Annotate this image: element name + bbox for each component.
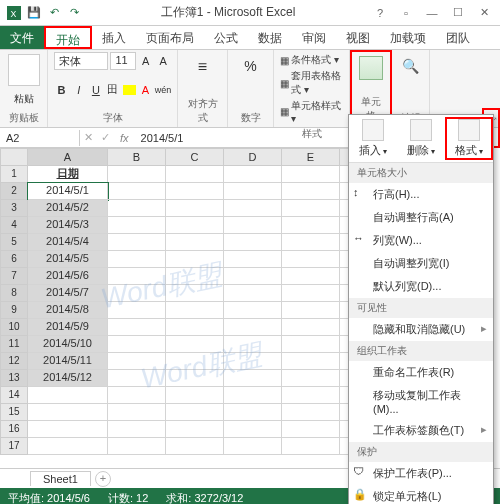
row-header[interactable]: 15	[0, 404, 28, 421]
cell[interactable]: 日期	[28, 166, 108, 183]
cell[interactable]	[166, 438, 224, 455]
cell[interactable]	[108, 217, 166, 234]
cell[interactable]	[166, 200, 224, 217]
column-width-item[interactable]: ↔列宽(W)...	[349, 229, 493, 252]
cell[interactable]	[108, 166, 166, 183]
cell[interactable]	[166, 404, 224, 421]
column-header[interactable]: E	[282, 148, 340, 166]
row-height-item[interactable]: ↕行高(H)...	[349, 183, 493, 206]
cell[interactable]: 2014/5/12	[28, 370, 108, 387]
cell[interactable]	[166, 251, 224, 268]
row-header[interactable]: 14	[0, 387, 28, 404]
cell[interactable]	[108, 353, 166, 370]
cell[interactable]: 2014/5/8	[28, 302, 108, 319]
cell[interactable]	[108, 404, 166, 421]
cell[interactable]	[28, 387, 108, 404]
cell[interactable]	[28, 438, 108, 455]
cell[interactable]	[282, 404, 340, 421]
select-all-corner[interactable]	[0, 148, 28, 166]
cell[interactable]	[282, 302, 340, 319]
cell[interactable]	[108, 251, 166, 268]
row-header[interactable]: 13	[0, 370, 28, 387]
cell[interactable]	[166, 387, 224, 404]
cell[interactable]: 2014/5/2	[28, 200, 108, 217]
cell[interactable]	[166, 183, 224, 200]
fx-icon[interactable]: fx	[114, 132, 135, 144]
cell[interactable]	[108, 370, 166, 387]
row-header[interactable]: 1	[0, 166, 28, 183]
tab-home[interactable]: 开始	[44, 26, 92, 49]
column-header[interactable]: A	[28, 148, 108, 166]
cell[interactable]: 2014/5/3	[28, 217, 108, 234]
conditional-format-button[interactable]: ▦条件格式 ▾	[280, 52, 343, 68]
cell[interactable]	[166, 234, 224, 251]
autofit-row-item[interactable]: 自动调整行高(A)	[349, 206, 493, 229]
cell[interactable]	[224, 336, 282, 353]
column-header[interactable]: C	[166, 148, 224, 166]
cell[interactable]	[224, 217, 282, 234]
cell[interactable]	[282, 166, 340, 183]
cell[interactable]	[282, 285, 340, 302]
cell[interactable]	[166, 370, 224, 387]
cell[interactable]	[282, 268, 340, 285]
row-header[interactable]: 4	[0, 217, 28, 234]
cell[interactable]	[108, 302, 166, 319]
row-header[interactable]: 6	[0, 251, 28, 268]
cell[interactable]: 2014/5/1	[28, 183, 108, 200]
cell[interactable]	[108, 421, 166, 438]
underline-button[interactable]: U	[88, 82, 103, 98]
cancel-icon[interactable]: ✕	[80, 131, 97, 144]
new-sheet-button[interactable]: +	[95, 471, 111, 487]
phonetic-button[interactable]: wén	[155, 82, 171, 98]
row-header[interactable]: 5	[0, 234, 28, 251]
cell[interactable]	[224, 234, 282, 251]
undo-icon[interactable]: ↶	[46, 5, 62, 21]
cell[interactable]	[282, 353, 340, 370]
lock-cell-item[interactable]: 🔒锁定单元格(L)	[349, 485, 493, 504]
name-box[interactable]: A2	[0, 130, 80, 146]
cell[interactable]	[108, 183, 166, 200]
row-header[interactable]: 11	[0, 336, 28, 353]
cell[interactable]	[108, 438, 166, 455]
close-icon[interactable]: ✕	[472, 4, 496, 22]
cell[interactable]	[108, 285, 166, 302]
row-header[interactable]: 3	[0, 200, 28, 217]
cell[interactable]: 2014/5/5	[28, 251, 108, 268]
delete-cells-button[interactable]: 删除 ▾	[399, 119, 443, 158]
tab-layout[interactable]: 页面布局	[136, 26, 204, 49]
redo-icon[interactable]: ↷	[66, 5, 82, 21]
enter-icon[interactable]: ✓	[97, 131, 114, 144]
cell[interactable]	[224, 302, 282, 319]
cell[interactable]	[224, 319, 282, 336]
row-header[interactable]: 8	[0, 285, 28, 302]
bold-button[interactable]: B	[54, 82, 69, 98]
cell[interactable]	[224, 404, 282, 421]
cell[interactable]	[224, 421, 282, 438]
cell[interactable]	[224, 251, 282, 268]
font-size-select[interactable]: 11	[110, 52, 135, 70]
font-name-select[interactable]: 宋体	[54, 52, 108, 70]
cell[interactable]	[166, 302, 224, 319]
shrink-font-icon[interactable]: A	[155, 53, 171, 69]
protect-sheet-item[interactable]: 🛡保护工作表(P)...	[349, 462, 493, 485]
cell[interactable]	[282, 234, 340, 251]
cell[interactable]: 2014/5/4	[28, 234, 108, 251]
hide-unhide-item[interactable]: 隐藏和取消隐藏(U)	[349, 318, 493, 341]
row-header[interactable]: 9	[0, 302, 28, 319]
cell[interactable]: 2014/5/7	[28, 285, 108, 302]
cell[interactable]	[108, 200, 166, 217]
column-header[interactable]: B	[108, 148, 166, 166]
cell-styles-button[interactable]: ▦单元格样式 ▾	[280, 98, 343, 125]
cell[interactable]	[224, 438, 282, 455]
default-width-item[interactable]: 默认列宽(D)...	[349, 275, 493, 298]
cell[interactable]	[166, 285, 224, 302]
row-header[interactable]: 12	[0, 353, 28, 370]
grow-font-icon[interactable]: A	[138, 53, 154, 69]
italic-button[interactable]: I	[71, 82, 86, 98]
cell[interactable]	[282, 251, 340, 268]
cell[interactable]	[108, 336, 166, 353]
cell[interactable]	[108, 234, 166, 251]
cell[interactable]	[28, 421, 108, 438]
rename-sheet-item[interactable]: 重命名工作表(R)	[349, 361, 493, 384]
row-header[interactable]: 10	[0, 319, 28, 336]
